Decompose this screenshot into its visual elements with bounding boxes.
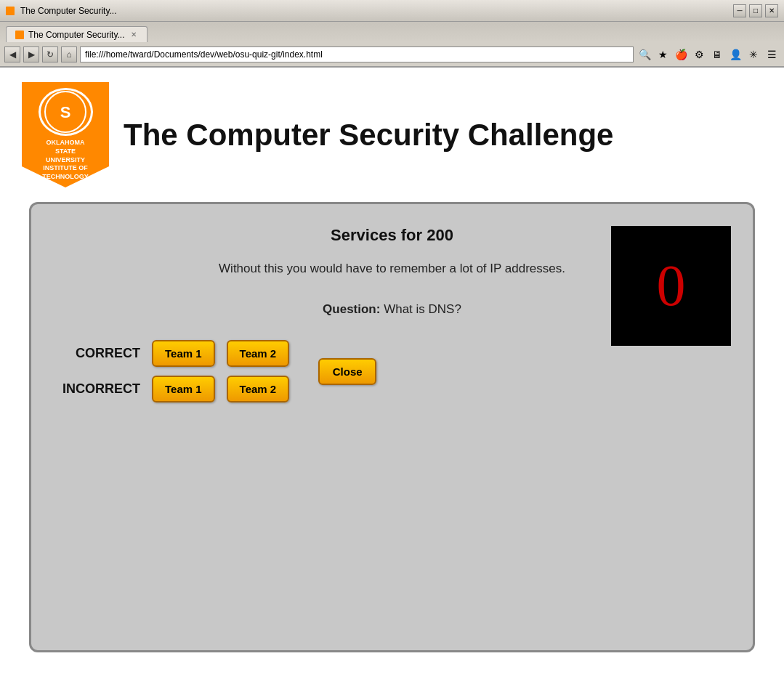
correct-team2-button[interactable]: Team 2 [227, 340, 290, 367]
reload-button[interactable]: ↻ [42, 46, 58, 62]
monitor-icon[interactable]: 🖥 [709, 46, 725, 62]
bookmark-icon[interactable]: ★ [655, 46, 671, 62]
osu-emblem: S [39, 88, 93, 136]
rows-container: CORRECT Team 1 Team 2 INCORRECT Team 1 T… [53, 340, 289, 402]
close-container: Close [304, 358, 376, 385]
user-icon[interactable]: 👤 [727, 46, 743, 62]
favicon [6, 7, 15, 15]
tab-bar: The Computer Security... ✕ [0, 22, 784, 42]
question-label: Question: [323, 302, 380, 316]
menu-icon[interactable]: ☰ [764, 46, 780, 62]
osu-logo: S OKLAHOMASTATEUNIVERSITYINSTITUTE OFTEC… [22, 82, 109, 187]
correct-team1-button[interactable]: Team 1 [152, 340, 215, 367]
tab-favicon [15, 31, 24, 39]
browser-chrome: The Computer Security... ─ □ ✕ The Compu… [0, 0, 784, 68]
incorrect-team1-button[interactable]: Team 1 [152, 376, 215, 402]
quiz-panel: 0 Services for 200 Without this you woul… [29, 202, 755, 652]
settings-icon[interactable]: ⚙ [691, 46, 707, 62]
close-button[interactable]: Close [318, 358, 376, 385]
maximize-button[interactable]: □ [749, 4, 762, 17]
tab-close-button[interactable]: ✕ [129, 31, 138, 39]
question-text: What is DNS? [384, 302, 461, 316]
active-tab[interactable]: The Computer Security... ✕ [6, 26, 147, 42]
back-button[interactable]: ◀ [4, 46, 20, 62]
svg-text:S: S [60, 103, 71, 121]
score-box: 0 [611, 226, 731, 346]
address-bar[interactable]: file:///home/tward/Documents/dev/web/osu… [80, 46, 634, 62]
page-title: The Computer Security Challenge [124, 118, 613, 153]
correct-label: CORRECT [53, 346, 140, 361]
url-text: file:///home/tward/Documents/dev/web/osu… [85, 49, 323, 60]
logo-text: OKLAHOMASTATEUNIVERSITYINSTITUTE OFTECHN… [42, 139, 89, 181]
minimize-button[interactable]: ─ [733, 4, 746, 17]
tab-label: The Computer Security... [28, 30, 125, 40]
incorrect-team2-button[interactable]: Team 2 [227, 376, 290, 402]
incorrect-row: INCORRECT Team 1 Team 2 [53, 376, 289, 402]
page-content: S OKLAHOMASTATEUNIVERSITYINSTITUTE OFTEC… [0, 68, 784, 680]
window-controls: ─ □ ✕ [733, 4, 778, 17]
window-title: The Computer Security... [20, 6, 117, 16]
answer-section: CORRECT Team 1 Team 2 INCORRECT Team 1 T… [53, 340, 731, 402]
incorrect-label: INCORRECT [53, 381, 140, 397]
plugin-icon1[interactable]: 🍎 [673, 46, 689, 62]
nav-icons: 🔍 ★ 🍎 ⚙ 🖥 👤 ✳ ☰ [637, 46, 780, 62]
nav-bar: ◀ ▶ ↻ ⌂ file:///home/tward/Documents/dev… [0, 42, 784, 67]
search-icon[interactable]: 🔍 [637, 46, 652, 62]
title-bar: The Computer Security... ─ □ ✕ [0, 0, 784, 22]
score-value: 0 [657, 253, 686, 319]
correct-row: CORRECT Team 1 Team 2 [53, 340, 289, 367]
forward-button[interactable]: ▶ [23, 46, 39, 62]
close-window-button[interactable]: ✕ [765, 4, 778, 17]
plugin-icon2[interactable]: ✳ [745, 46, 761, 62]
page-header: S OKLAHOMASTATEUNIVERSITYINSTITUTE OFTEC… [7, 75, 777, 195]
home-button[interactable]: ⌂ [61, 46, 77, 62]
